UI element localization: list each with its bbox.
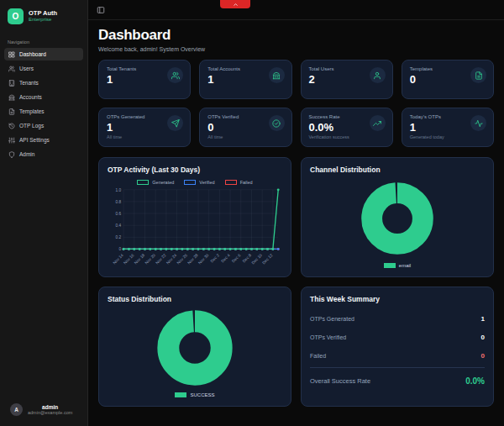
bank-icon <box>8 94 15 101</box>
stat-card-total-users: Total Users 2 <box>301 60 393 99</box>
bank-icon <box>269 67 285 83</box>
stat-card-success-rate: Success Rate 0.0% Verification success <box>301 108 393 147</box>
sidebar-item-templates[interactable]: Templates <box>4 105 83 118</box>
summary-rows: OTPs Generated 1 OTPs Verified 0 Failed … <box>310 309 485 386</box>
nav-section-label: Navigation <box>0 34 87 48</box>
svg-text:Nov 26: Nov 26 <box>176 253 188 265</box>
legend-label: email <box>399 263 411 268</box>
legend-label: SUCCESS <box>190 392 214 397</box>
stat-card-total-tenants: Total Tenants 1 <box>98 60 191 99</box>
status-donut-wrap <box>108 303 282 392</box>
sidebar-item-dashboard[interactable]: Dashboard <box>4 48 83 60</box>
week-summary-card: This Week Summary OTPs Generated 1 OTPs … <box>301 287 494 407</box>
sidebar-item-label: API Settings <box>19 137 50 143</box>
brand: O OTP Auth Enterprise <box>0 0 87 34</box>
channel-donut-wrap <box>310 174 485 263</box>
panel-left-icon <box>97 6 105 14</box>
svg-text:Dec 12: Dec 12 <box>261 253 273 265</box>
person-icon <box>370 67 386 83</box>
summary-footer-value: 0.0% <box>465 376 485 386</box>
stat-card-otps-verified: OTPs Verified 0 All time <box>199 108 291 147</box>
page-subtitle: Welcome back, admin! System Overview <box>98 46 494 52</box>
trending-up-icon <box>370 115 386 131</box>
summary-row-otps-generated: OTPs Generated 1 <box>310 309 485 328</box>
sidebar-item-label: Admin <box>19 151 34 157</box>
page-title: Dashboard <box>98 27 494 44</box>
sidebar-item-admin[interactable]: Admin <box>4 148 83 160</box>
stat-subtext: Verification success <box>309 134 385 139</box>
failed-swatch-icon <box>225 180 237 185</box>
user-name: admin <box>42 404 58 410</box>
sidebar-item-label: Templates <box>19 108 45 114</box>
stat-subtext: All time <box>107 134 182 139</box>
user-menu[interactable]: A admin admin@example.com <box>0 395 87 426</box>
summary-row-failed: Failed 0 <box>310 346 485 365</box>
svg-text:0.6: 0.6 <box>116 212 122 216</box>
sidebar-item-label: Users <box>19 66 34 71</box>
stat-card-todays-otps: Today's OTPs 1 Generated today <box>402 108 494 147</box>
svg-text:Nov 28: Nov 28 <box>186 253 198 265</box>
svg-text:0.8: 0.8 <box>116 200 122 204</box>
svg-text:Nov 30: Nov 30 <box>197 253 209 265</box>
sidebar: O OTP Auth Enterprise Navigation Dashboa… <box>0 0 88 426</box>
legend-item-generated[interactable]: Generated <box>137 180 174 185</box>
file-text-icon <box>470 67 486 83</box>
status-legend[interactable]: SUCCESS <box>108 392 282 398</box>
users-icon <box>8 66 15 72</box>
stat-card-templates: Templates 0 <box>402 60 494 99</box>
app-root: O OTP Auth Enterprise Navigation Dashboa… <box>0 0 504 426</box>
summary-value: 0 <box>481 352 485 360</box>
svg-text:Nov 18: Nov 18 <box>134 253 145 265</box>
sidebar-item-users[interactable]: Users <box>4 62 83 75</box>
channel-distribution-card: Channel Distribution email <box>301 157 494 277</box>
svg-text:Dec 10: Dec 10 <box>251 253 263 265</box>
verified-swatch-icon <box>184 180 196 185</box>
channel-legend[interactable]: email <box>310 263 485 269</box>
divider <box>310 367 485 368</box>
activity-pulse-icon <box>470 115 486 131</box>
status-distribution-card: Status Distribution SUCCESS <box>98 287 291 407</box>
sidebar-item-tenants[interactable]: Tenants <box>4 76 83 89</box>
sidebar-item-label: OTP Logs <box>19 123 44 129</box>
channel-donut-chart <box>359 180 436 257</box>
legend-label: Verified <box>199 180 214 185</box>
sidebar-nav: Dashboard Users Tenants Accounts <box>0 48 87 160</box>
sidebar-item-accounts[interactable]: Accounts <box>4 91 83 103</box>
app-edition: Enterprise <box>29 17 57 24</box>
dashboard-content: Dashboard Welcome back, admin! System Ov… <box>88 20 504 426</box>
svg-text:Nov 14: Nov 14 <box>113 253 124 265</box>
chevron-up-icon <box>233 2 239 8</box>
otp-activity-plot: Nov 14Nov 16Nov 18Nov 20Nov 22Nov 24Nov … <box>108 187 282 270</box>
avatar: A <box>10 403 23 416</box>
charts-grid: OTP Activity (Last 30 Days) Generated Ve… <box>98 157 494 407</box>
sidebar-item-label: Tenants <box>19 80 39 86</box>
stat-subtext: Generated today <box>410 134 486 139</box>
legend-item-failed[interactable]: Failed <box>225 180 253 185</box>
legend-label: Generated <box>152 180 174 185</box>
stat-card-otps-generated: OTPs Generated 1 All time <box>98 108 191 147</box>
svg-text:Nov 22: Nov 22 <box>155 253 166 265</box>
status-donut-chart <box>155 308 235 388</box>
history-clock-icon <box>8 123 15 129</box>
dashboard-grid-icon <box>8 51 15 58</box>
otp-activity-card: OTP Activity (Last 30 Days) Generated Ve… <box>98 157 291 277</box>
svg-text:Nov 20: Nov 20 <box>144 253 156 265</box>
summary-footer-label: Overall Success Rate <box>310 377 370 385</box>
chart-title: Status Distribution <box>108 295 282 303</box>
shield-icon <box>8 151 15 158</box>
sidebar-item-otp-logs[interactable]: OTP Logs <box>4 119 83 132</box>
chart-title: OTP Activity (Last 30 Days) <box>108 166 282 174</box>
sidebar-item-api-settings[interactable]: API Settings <box>4 134 83 146</box>
sidebar-item-label: Dashboard <box>19 51 46 57</box>
legend-item-verified[interactable]: Verified <box>184 180 214 185</box>
sidebar-toggle-button[interactable] <box>97 6 105 14</box>
summary-label: Failed <box>310 353 326 359</box>
svg-text:0.2: 0.2 <box>116 235 122 239</box>
svg-text:0.4: 0.4 <box>116 224 122 228</box>
svg-text:Nov 16: Nov 16 <box>123 253 134 265</box>
success-swatch-icon <box>175 392 186 397</box>
legend-label: Failed <box>240 180 253 185</box>
svg-text:1.0: 1.0 <box>116 188 122 192</box>
building-icon <box>8 80 15 87</box>
dev-indicator-button[interactable] <box>220 0 250 8</box>
